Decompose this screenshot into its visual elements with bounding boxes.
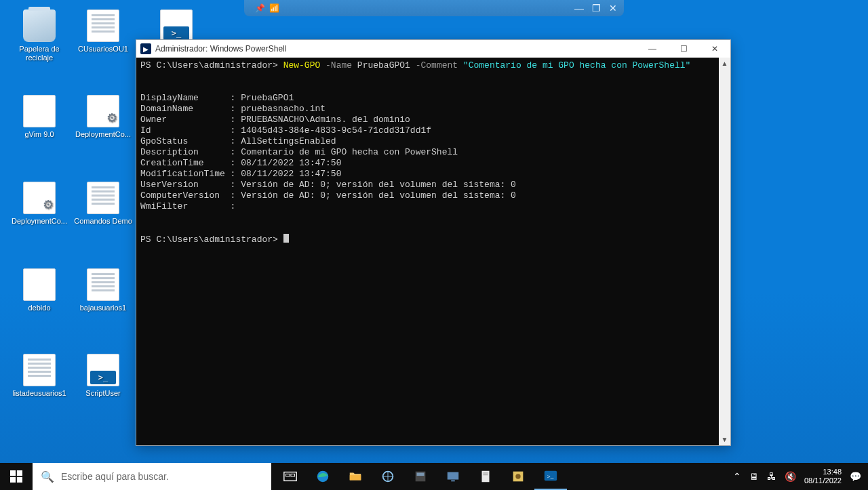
taskbar-edge-button[interactable] — [307, 463, 339, 490]
comandos-demo-label: Comandos Demo — [73, 217, 133, 226]
window-titlebar[interactable]: ▶ Administrador: Windows PowerShell — ☐ … — [136, 40, 730, 58]
flag-name: -Name — [320, 60, 357, 70]
taskbar-explorer-button[interactable] — [339, 463, 372, 490]
debido-icon[interactable]: debido — [9, 268, 69, 312]
svg-rect-0 — [10, 470, 16, 476]
svg-rect-2 — [10, 477, 16, 483]
taskbar-app5-button[interactable] — [502, 463, 534, 490]
powershell-window: ▶ Administrador: Windows PowerShell — ☐ … — [136, 39, 731, 446]
svg-rect-12 — [448, 472, 459, 480]
folder-icon — [348, 469, 363, 484]
cusuariosou1-label: CUsuariosOU1 — [73, 45, 133, 54]
taskbar-clock[interactable]: 13:48 08/11/2022 — [804, 468, 842, 485]
out-modificationtime: ModificationTime : 08/11/2022 13:47:50 — [140, 169, 341, 179]
tools-icon — [511, 469, 526, 484]
svg-rect-3 — [17, 477, 22, 483]
arg-name: PruebaGPO1 — [357, 60, 410, 70]
tray-up-icon[interactable]: ⌃ — [733, 471, 741, 482]
svg-point-18 — [515, 474, 520, 478]
taskbar-date: 08/11/2022 — [804, 476, 842, 485]
svg-rect-5 — [286, 474, 290, 476]
powershell-app-icon: ▶ — [140, 43, 151, 54]
tray-notifications-icon[interactable]: 💬 — [850, 471, 861, 482]
listadeusuarios-label: listadeusuarios1 — [9, 389, 69, 398]
gvim-label: gVim 9.0 — [9, 130, 69, 139]
out-computerversion: ComputerVersion : Versión de AD: 0; vers… — [140, 190, 516, 201]
powershell-icon: >_ — [543, 468, 558, 483]
scriptuser-label: ScriptUser — [73, 389, 133, 398]
taskbar-search-box[interactable]: 🔍 Escribe aquí para buscar. — [33, 463, 271, 490]
scrollbar-up-icon[interactable]: ▲ — [719, 58, 730, 69]
prompt-1: PS C:\Users\administrador> — [140, 60, 283, 70]
svg-rect-15 — [483, 473, 488, 474]
listadeusuarios-icon[interactable]: listadeusuarios1 — [9, 354, 69, 398]
out-owner: Owner : PRUEBASNACHO\Admins. del dominio — [140, 115, 410, 125]
taskbar-time: 13:48 — [804, 468, 842, 476]
taskbar-search-placeholder: Escribe aquí para buscar. — [61, 471, 169, 482]
search-icon: 🔍 — [41, 470, 54, 483]
task-view-icon — [283, 469, 298, 484]
window-maximize-button[interactable]: ☐ — [668, 40, 699, 58]
svg-rect-1 — [17, 470, 22, 476]
out-wmifilter: WmiFilter : — [140, 201, 235, 211]
scrollbar-track[interactable] — [719, 69, 730, 434]
taskbar: 🔍 Escribe aquí para buscar. >_ ⌃ 🖥 🖧 🔇 1… — [0, 463, 868, 490]
out-domainname: DomainName : pruebasnacho.int — [140, 104, 326, 114]
cusuariosou1-icon[interactable]: CUsuariosOU1 — [73, 9, 133, 54]
taskbar-app4-button[interactable] — [469, 463, 502, 490]
svg-text:>_: >_ — [547, 473, 554, 480]
svg-rect-16 — [483, 474, 488, 475]
document-icon — [478, 469, 493, 484]
window-minimize-button[interactable]: — — [637, 40, 668, 58]
cmd-newgpo: New-GPO — [283, 60, 321, 70]
recycle-bin-icon[interactable]: Papelera de reciclaje — [9, 9, 69, 62]
window-close-button[interactable]: ✕ — [699, 40, 730, 58]
svg-rect-13 — [451, 481, 455, 482]
taskbar-app3-button[interactable] — [437, 463, 469, 490]
window-title: Administrador: Windows PowerShell — [155, 44, 286, 54]
svg-rect-6 — [291, 474, 295, 476]
arg-comment: "Comentario de mi GPO hecha con PowerShe… — [463, 60, 690, 70]
deploymentco-2-icon[interactable]: DeploymentCo... — [9, 182, 69, 226]
web-icon — [380, 469, 395, 484]
out-id: Id : 14045d43-384e-4833-9c54-71cdd317dd1… — [140, 125, 431, 136]
out-displayname: DisplayName : PruebaGPO1 — [140, 93, 294, 103]
start-button[interactable] — [0, 463, 33, 490]
gvim-icon[interactable]: gVim 9.0 — [9, 95, 69, 139]
out-userversion: UserVersion : Versión de AD: 0; versión … — [140, 180, 516, 190]
terminal-cursor — [283, 234, 289, 243]
task-view-button[interactable] — [274, 463, 307, 490]
svg-rect-8 — [350, 475, 361, 480]
taskbar-powershell-button[interactable]: >_ — [534, 463, 567, 490]
bajausuarios-label: bajausuarios1 — [73, 304, 133, 312]
out-gpostatus: GpoStatus : AllSettingsEnabled — [140, 136, 336, 146]
tray-display-icon[interactable]: 🖥 — [749, 471, 759, 482]
out-creationtime: CreationTime : 08/11/2022 13:47:50 — [140, 158, 341, 168]
comandos-demo-icon[interactable]: Comandos Demo — [73, 182, 133, 226]
tray-network-icon[interactable]: 🖧 — [767, 471, 776, 482]
flag-comment: -Comment — [410, 60, 463, 70]
debido-label: debido — [9, 304, 69, 312]
out-description: Description : Comentario de mi GPO hecha… — [140, 147, 458, 157]
server-mgr-icon — [413, 469, 428, 484]
deploymentco-1-label: DeploymentCo... — [73, 130, 133, 139]
taskbar-app2-button[interactable] — [404, 463, 437, 490]
bajausuarios-icon[interactable]: bajausuarios1 — [73, 268, 133, 312]
terminal-output[interactable]: PS C:\Users\administrador> New-GPO -Name… — [136, 58, 719, 445]
terminal-scrollbar[interactable]: ▲ ▼ — [719, 58, 730, 445]
windows-logo-icon — [10, 470, 22, 483]
scriptuser-icon[interactable]: ScriptUser — [73, 354, 133, 398]
prompt-2: PS C:\Users\administrador> — [140, 234, 283, 245]
system-tray[interactable]: ⌃ 🖥 🖧 🔇 13:48 08/11/2022 💬 — [726, 463, 868, 490]
deploymentco-1-icon[interactable]: DeploymentCo... — [73, 95, 133, 139]
recycle-bin-label: Papelera de reciclaje — [9, 45, 69, 62]
tray-sound-icon[interactable]: 🔇 — [785, 471, 796, 482]
svg-rect-14 — [482, 471, 490, 483]
monitor-icon — [446, 469, 460, 484]
svg-rect-11 — [417, 473, 425, 476]
deploymentco-2-label: DeploymentCo... — [9, 217, 69, 226]
edge-icon — [315, 469, 330, 484]
scrollbar-down-icon[interactable]: ▼ — [719, 434, 730, 445]
taskbar-app1-button[interactable] — [372, 463, 404, 490]
